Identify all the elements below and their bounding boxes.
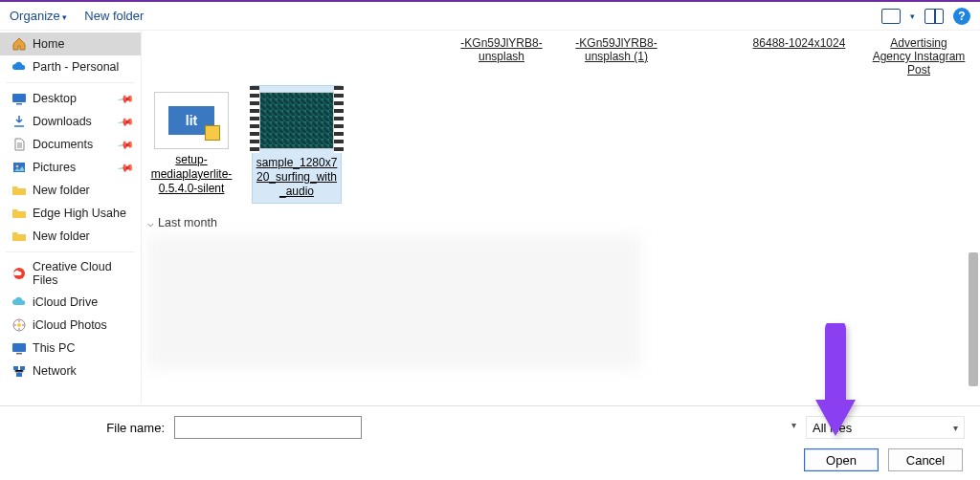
sidebar-label: Documents xyxy=(33,138,93,151)
sidebar-label: Network xyxy=(33,364,77,378)
sidebar-label: Downloads xyxy=(33,115,92,128)
svg-rect-9 xyxy=(13,366,18,370)
svg-rect-0 xyxy=(12,94,26,102)
svg-point-3 xyxy=(16,165,19,168)
home-icon xyxy=(11,36,27,52)
svg-rect-7 xyxy=(12,343,26,352)
sidebar-item-newfolder2[interactable]: New folder xyxy=(0,225,141,248)
scrollbar-thumb[interactable] xyxy=(969,252,978,386)
pictures-icon xyxy=(11,160,27,175)
svg-rect-8 xyxy=(16,353,22,355)
downloads-icon xyxy=(11,114,27,129)
sidebar-label: Pictures xyxy=(33,161,76,174)
cloud-icon xyxy=(11,59,27,75)
open-button[interactable]: Open xyxy=(804,448,879,471)
sidebar-label: Desktop xyxy=(33,92,77,105)
file-item[interactable]: -KGn59JlYRB8-unsplash xyxy=(454,36,549,76)
sidebar-label: New folder xyxy=(33,229,90,243)
video-thumbnail-icon xyxy=(259,92,334,149)
svg-point-6 xyxy=(17,323,21,327)
pin-icon: 📌 xyxy=(117,159,135,177)
view-mode-button[interactable] xyxy=(881,9,901,24)
blurred-content xyxy=(147,235,641,369)
view-mode-dropdown[interactable]: ▾ xyxy=(910,11,915,21)
file-item[interactable]: Advertising Agency Instagram Post xyxy=(871,36,967,76)
creative-cloud-icon xyxy=(11,266,27,281)
svg-rect-10 xyxy=(20,366,25,370)
sidebar-item-thispc[interactable]: This PC xyxy=(0,337,141,360)
cancel-button[interactable]: Cancel xyxy=(888,448,963,471)
desktop-icon xyxy=(11,91,27,106)
sidebar-item-pictures[interactable]: Pictures 📌 xyxy=(0,156,141,179)
svg-rect-11 xyxy=(16,373,22,377)
file-item-setup[interactable]: setup-mediaplayerlite-0.5.4.0-silent xyxy=(147,86,235,203)
folder-icon xyxy=(11,229,27,244)
sidebar-item-iclouddrive[interactable]: iCloud Drive xyxy=(0,291,141,314)
file-label: setup-mediaplayerlite-0.5.4.0-silent xyxy=(147,153,235,200)
sidebar-item-newfolder[interactable]: New folder xyxy=(0,179,141,202)
chevron-down-icon[interactable]: ▾ xyxy=(791,420,796,430)
file-item-sample-video[interactable]: sample_1280x720_surfing_with_audio xyxy=(253,86,341,203)
sidebar-item-downloads[interactable]: Downloads 📌 xyxy=(0,110,141,133)
network-icon xyxy=(11,363,27,379)
file-item[interactable]: 86488-1024x1024 xyxy=(746,36,852,76)
pin-icon: 📌 xyxy=(117,136,135,154)
scrollbar[interactable] xyxy=(967,33,978,405)
sidebar-label: iCloud Photos xyxy=(33,318,107,332)
icloud-photos-icon xyxy=(11,317,27,333)
sidebar-item-desktop[interactable]: Desktop 📌 xyxy=(0,87,141,110)
sidebar-item-edgehigh[interactable]: Edge High Usahe xyxy=(0,202,141,225)
preview-pane-button[interactable] xyxy=(924,9,944,24)
help-icon[interactable]: ? xyxy=(953,8,970,25)
sidebar-item-network[interactable]: Network xyxy=(0,360,141,382)
installer-icon xyxy=(154,92,229,149)
sidebar-label: Edge High Usahe xyxy=(33,207,126,220)
file-pane[interactable]: -KGn59JlYRB8-unsplash -KGn59JlYRB8-unspl… xyxy=(142,31,980,404)
sidebar-item-onedrive[interactable]: Parth - Personal xyxy=(0,55,141,78)
pc-icon xyxy=(11,340,27,356)
svg-rect-1 xyxy=(16,103,22,105)
pin-icon: 📌 xyxy=(117,90,135,108)
sidebar-label: iCloud Drive xyxy=(33,295,98,309)
filename-input[interactable] xyxy=(174,416,362,439)
organize-menu[interactable]: Organize xyxy=(10,9,67,23)
new-folder-button[interactable]: New folder xyxy=(84,9,144,23)
sidebar-label: Parth - Personal xyxy=(33,60,119,74)
sidebar-label: New folder xyxy=(33,184,90,197)
documents-icon xyxy=(11,137,27,152)
sidebar-item-ccfiles[interactable]: Creative Cloud Files xyxy=(0,256,141,291)
file-type-filter[interactable]: All files ▾ xyxy=(806,416,965,439)
icloud-icon xyxy=(11,295,27,310)
folder-icon xyxy=(11,183,27,198)
sidebar-item-documents[interactable]: Documents 📌 xyxy=(0,133,141,156)
file-item[interactable]: -KGn59JlYRB8-unsplash (1) xyxy=(568,36,664,76)
sidebar-item-home[interactable]: Home xyxy=(0,33,141,55)
group-header-last-month[interactable]: Last month xyxy=(147,216,970,229)
folder-icon xyxy=(11,206,27,221)
navigation-sidebar: Home Parth - Personal Desktop 📌 Download… xyxy=(0,31,142,404)
sidebar-item-icloudphotos[interactable]: iCloud Photos xyxy=(0,314,141,337)
pin-icon: 📌 xyxy=(117,113,135,131)
filename-label: File name: xyxy=(15,421,168,435)
chevron-down-icon: ▾ xyxy=(953,423,958,433)
sidebar-label: Creative Cloud Files xyxy=(33,260,133,287)
sidebar-label: Home xyxy=(33,37,64,51)
sidebar-label: This PC xyxy=(33,341,75,355)
file-label: sample_1280x720_surfing_with_audio xyxy=(253,156,341,203)
